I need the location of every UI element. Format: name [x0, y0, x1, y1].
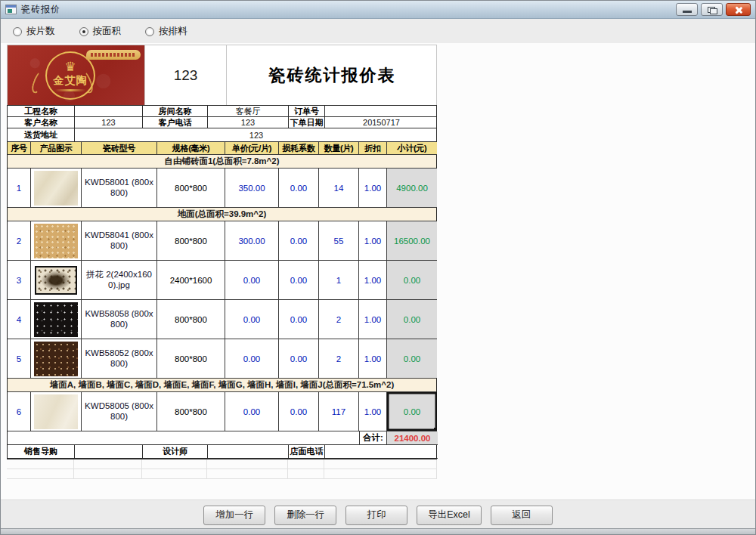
product-image-cell[interactable]: [31, 300, 82, 339]
unit-price-cell[interactable]: 0.00: [225, 261, 279, 300]
subtotal-cell[interactable]: 0.00: [387, 261, 437, 300]
product-image-cell[interactable]: [31, 339, 82, 379]
info-value[interactable]: [325, 106, 438, 116]
info-value[interactable]: 123: [208, 117, 289, 128]
row-number-cell[interactable]: 2: [8, 221, 31, 261]
discount-cell[interactable]: 1.00: [359, 392, 387, 431]
designer-value[interactable]: [208, 445, 289, 459]
empty-grid-cell[interactable]: [142, 469, 207, 479]
row-number-cell[interactable]: 1: [8, 169, 31, 208]
section-row[interactable]: 自由铺砖面1(总面积=7.8m^2): [8, 155, 436, 169]
minimize-button[interactable]: [676, 3, 698, 16]
empty-grid-cell[interactable]: [7, 469, 74, 479]
radio-by-piece-count[interactable]: 按片数: [13, 25, 55, 38]
radio-icon[interactable]: [79, 27, 88, 36]
address-value[interactable]: 123: [75, 128, 438, 141]
empty-grid-cell[interactable]: [142, 459, 207, 469]
column-header-6: 数量(片): [319, 142, 359, 155]
quantity-cell[interactable]: 14: [319, 169, 359, 208]
spec-cell[interactable]: 800*800: [157, 221, 225, 261]
delete-row-button[interactable]: 删除一行: [274, 506, 336, 525]
subtotal-cell[interactable]: 16500.00: [387, 221, 437, 261]
quantity-cell[interactable]: 55: [319, 221, 359, 261]
empty-grid-cell[interactable]: [288, 459, 324, 469]
back-button[interactable]: 返回: [491, 506, 553, 525]
quantity-cell[interactable]: 1: [319, 261, 359, 300]
subtotal-cell[interactable]: 0.00: [387, 392, 437, 431]
empty-grid-cell[interactable]: [207, 459, 288, 469]
unit-price-cell[interactable]: 0.00: [225, 392, 279, 431]
loss-factor-cell[interactable]: 0.00: [279, 221, 319, 261]
info-value[interactable]: [75, 106, 143, 116]
spec-cell[interactable]: 800*800: [157, 169, 225, 208]
discount-cell[interactable]: 1.00: [359, 339, 387, 379]
loss-factor-cell[interactable]: 0.00: [279, 339, 319, 379]
quantity-cell[interactable]: 2: [319, 339, 359, 379]
loss-factor-cell[interactable]: 0.00: [279, 169, 319, 208]
add-row-button[interactable]: 增加一行: [203, 506, 265, 525]
empty-grid-row[interactable]: [7, 459, 437, 469]
empty-grid-cell[interactable]: [324, 469, 437, 479]
empty-grid-cell[interactable]: [207, 469, 288, 479]
unit-price-cell[interactable]: 0.00: [225, 339, 279, 379]
loss-factor-cell[interactable]: 0.00: [279, 392, 319, 431]
empty-grid-cell[interactable]: [7, 459, 74, 469]
spec-cell[interactable]: 800*800: [157, 339, 225, 379]
empty-grid-cell[interactable]: [74, 469, 142, 479]
column-header-2: 瓷砖型号: [82, 142, 157, 155]
discount-cell[interactable]: 1.00: [359, 300, 387, 339]
sales-guide-value[interactable]: [75, 445, 143, 459]
doc-number-cell[interactable]: 123: [145, 45, 227, 105]
model-cell[interactable]: KWD58005 (800x800): [82, 392, 157, 431]
row-number-cell[interactable]: 6: [8, 392, 31, 431]
product-image-cell[interactable]: [31, 261, 82, 300]
restore-button[interactable]: [701, 3, 723, 16]
empty-grid-cell[interactable]: [324, 459, 437, 469]
product-image-cell[interactable]: [31, 221, 82, 261]
row-number-cell[interactable]: 5: [8, 339, 31, 379]
subtotal-cell[interactable]: 0.00: [387, 339, 437, 379]
empty-grid-cell[interactable]: [288, 469, 324, 479]
spec-cell[interactable]: 2400*1600: [157, 261, 225, 300]
close-button[interactable]: [726, 3, 751, 16]
row-number-cell[interactable]: 4: [8, 300, 31, 339]
quantity-cell[interactable]: 2: [319, 300, 359, 339]
loss-factor-cell[interactable]: 0.00: [279, 300, 319, 339]
info-value[interactable]: 20150717: [325, 117, 438, 128]
empty-grid-cell[interactable]: [74, 459, 142, 469]
print-button[interactable]: 打印: [345, 506, 407, 525]
quantity-cell[interactable]: 117: [319, 392, 359, 431]
info-value[interactable]: 123: [75, 117, 143, 128]
radio-icon[interactable]: [13, 27, 22, 36]
subtotal-cell[interactable]: 4900.00: [387, 169, 437, 208]
model-cell[interactable]: KWD58001 (800x800): [82, 169, 157, 208]
product-image-cell[interactable]: [31, 169, 82, 208]
spec-cell[interactable]: 800*800: [157, 392, 225, 431]
model-cell[interactable]: KWB58058 (800x800): [82, 300, 157, 339]
info-value[interactable]: 客餐厅: [208, 106, 289, 116]
unit-price-cell[interactable]: 350.00: [225, 169, 279, 208]
unit-price-cell[interactable]: 300.00: [225, 221, 279, 261]
store-phone-value[interactable]: [325, 445, 438, 459]
section-row[interactable]: 墙面A, 墙面B, 墙面C, 墙面D, 墙面E, 墙面F, 墙面G, 墙面H, …: [8, 379, 436, 392]
section-row[interactable]: 地面(总面积=39.9m^2): [8, 208, 436, 221]
sheet-title: 瓷砖统计报价表: [227, 45, 438, 105]
radio-icon[interactable]: [145, 27, 154, 36]
discount-cell[interactable]: 1.00: [359, 261, 387, 300]
product-image-cell[interactable]: [31, 392, 82, 431]
radio-by-area[interactable]: 按面积: [79, 25, 122, 38]
model-cell[interactable]: KWB58052 (800x800): [82, 339, 157, 379]
radio-by-layout[interactable]: 按排料: [145, 25, 187, 38]
subtotal-cell[interactable]: 0.00: [387, 300, 437, 339]
empty-grid-row[interactable]: [7, 469, 437, 479]
model-cell[interactable]: 拼花 2(2400x1600).jpg: [82, 261, 157, 300]
discount-cell[interactable]: 1.00: [359, 221, 387, 261]
info-row: 客户名称123客户电话123下单日期20150717: [7, 116, 437, 128]
loss-factor-cell[interactable]: 0.00: [279, 261, 319, 300]
spec-cell[interactable]: 800*800: [157, 300, 225, 339]
export-excel-button[interactable]: 导出Excel: [417, 506, 482, 525]
row-number-cell[interactable]: 3: [8, 261, 31, 300]
unit-price-cell[interactable]: 0.00: [225, 300, 279, 339]
model-cell[interactable]: KWD58041 (800x800): [82, 221, 157, 261]
discount-cell[interactable]: 1.00: [359, 169, 387, 208]
